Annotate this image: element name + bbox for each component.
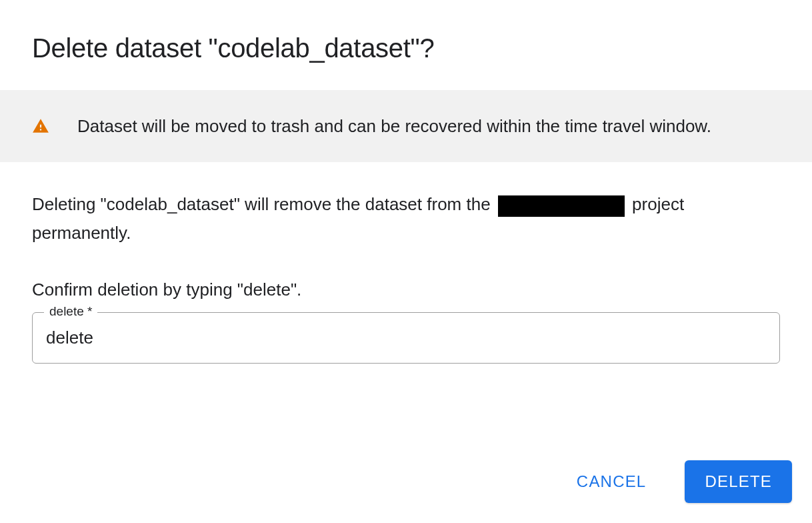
description-text: Deleting "codelab_dataset" will remove t… bbox=[32, 190, 780, 247]
description-prefix: Deleting "codelab_dataset" will remove t… bbox=[32, 194, 495, 214]
dialog-title: Delete dataset "codelab_dataset"? bbox=[0, 0, 812, 90]
confirm-instruction: Confirm deletion by typing "delete". bbox=[32, 280, 780, 300]
cancel-button[interactable]: CANCEL bbox=[565, 463, 659, 500]
delete-confirm-input[interactable] bbox=[32, 312, 780, 364]
redacted-project-name bbox=[498, 195, 625, 217]
dialog-actions: CANCEL DELETE bbox=[0, 460, 812, 523]
dialog-body: Deleting "codelab_dataset" will remove t… bbox=[0, 162, 812, 364]
delete-button[interactable]: DELETE bbox=[685, 460, 792, 503]
banner-text: Dataset will be moved to trash and can b… bbox=[77, 114, 711, 138]
warning-icon bbox=[32, 117, 49, 135]
input-wrapper: delete * bbox=[32, 312, 780, 364]
delete-dataset-dialog: Delete dataset "codelab_dataset"? Datase… bbox=[0, 0, 812, 523]
info-banner: Dataset will be moved to trash and can b… bbox=[0, 90, 812, 162]
input-label: delete * bbox=[44, 304, 97, 319]
